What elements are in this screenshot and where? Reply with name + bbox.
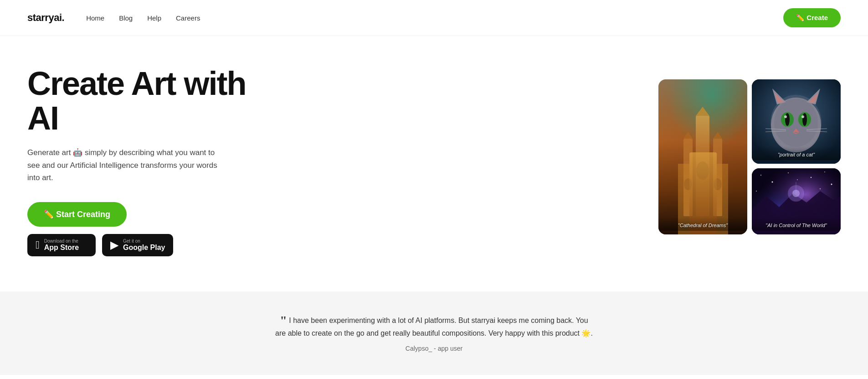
testimonial-text: I have been experimenting with a lot of …	[275, 317, 593, 337]
google-play-icon: ▶	[110, 239, 118, 251]
svg-point-8	[714, 178, 722, 190]
hero-subtitle: Generate art 🤖 simply by describing what…	[27, 146, 219, 184]
testimonial-author: Calypso_ - app user	[27, 345, 841, 352]
nav-create-button[interactable]: ✏️ Create	[783, 8, 841, 27]
svg-rect-1	[683, 139, 693, 216]
svg-marker-5	[713, 132, 722, 139]
app-store-button[interactable]:  Download on the App Store	[27, 234, 96, 256]
start-creating-button[interactable]: ✏️ Start Creating	[27, 202, 127, 227]
svg-point-34	[824, 171, 825, 172]
hero-left: Create Art with AI Generate art 🤖 simply…	[27, 67, 264, 256]
app-store-small-label: Download on the	[44, 239, 79, 244]
art-card-cat: "portrait of a cat"	[752, 79, 841, 164]
art-grid: "Cathedral of Dreams"	[658, 79, 841, 234]
svg-point-35	[831, 184, 832, 185]
svg-point-33	[811, 177, 812, 178]
nav-help[interactable]: Help	[147, 14, 161, 22]
svg-point-6	[696, 161, 709, 180]
cathedral-svg	[658, 79, 747, 234]
space-label: "AI in Control of The World"	[752, 217, 841, 231]
google-play-small-label: Get it on	[123, 239, 165, 244]
hero-section: Create Art with AI Generate art 🤖 simply…	[0, 36, 868, 291]
svg-marker-3	[696, 107, 709, 116]
svg-point-31	[772, 182, 773, 183]
svg-point-37	[797, 179, 798, 180]
svg-point-20	[801, 115, 804, 118]
svg-point-36	[756, 191, 757, 192]
hero-title: Create Art with AI	[27, 67, 264, 135]
nav-home[interactable]: Home	[86, 14, 104, 22]
svg-point-18	[802, 113, 807, 126]
navbar: starryai. Home Blog Help Careers ✏️ Crea…	[0, 0, 868, 36]
svg-point-7	[684, 178, 692, 190]
svg-point-30	[760, 175, 761, 176]
svg-marker-4	[683, 132, 693, 139]
nav-left: starryai. Home Blog Help Careers	[27, 12, 200, 24]
svg-rect-0	[696, 116, 709, 216]
svg-point-38	[820, 188, 821, 189]
cat-label: "portrait of a cat"	[752, 146, 841, 160]
testimonial-section: " I have been experimenting with a lot o…	[0, 291, 868, 375]
nav-links: Home Blog Help Careers	[86, 14, 200, 22]
google-play-large-label: Google Play	[123, 244, 165, 252]
app-store-large-label: App Store	[44, 244, 79, 252]
quote-mark: "	[280, 313, 287, 327]
nav-careers[interactable]: Careers	[176, 14, 200, 22]
apple-icon: 	[36, 239, 40, 251]
svg-rect-2	[713, 139, 722, 216]
testimonial-quote: " I have been experimenting with a lot o…	[275, 314, 594, 339]
cathedral-label: "Cathedral of Dreams"	[658, 217, 747, 231]
google-play-text: Get it on Google Play	[123, 239, 165, 252]
google-play-button[interactable]: ▶ Get it on Google Play	[102, 234, 173, 256]
art-card-space: "AI in Control of The World"	[752, 168, 841, 234]
store-buttons:  Download on the App Store ▶ Get it on …	[27, 234, 173, 256]
cathedral-image	[658, 79, 747, 234]
svg-point-32	[788, 172, 789, 173]
svg-point-19	[784, 115, 787, 118]
svg-point-17	[785, 113, 790, 126]
logo: starryai.	[27, 12, 64, 24]
nav-blog[interactable]: Blog	[119, 14, 133, 22]
art-card-cathedral: "Cathedral of Dreams"	[658, 79, 747, 234]
hero-buttons: ✏️ Start Creating  Download on the App …	[27, 202, 264, 256]
app-store-text: Download on the App Store	[44, 239, 79, 252]
